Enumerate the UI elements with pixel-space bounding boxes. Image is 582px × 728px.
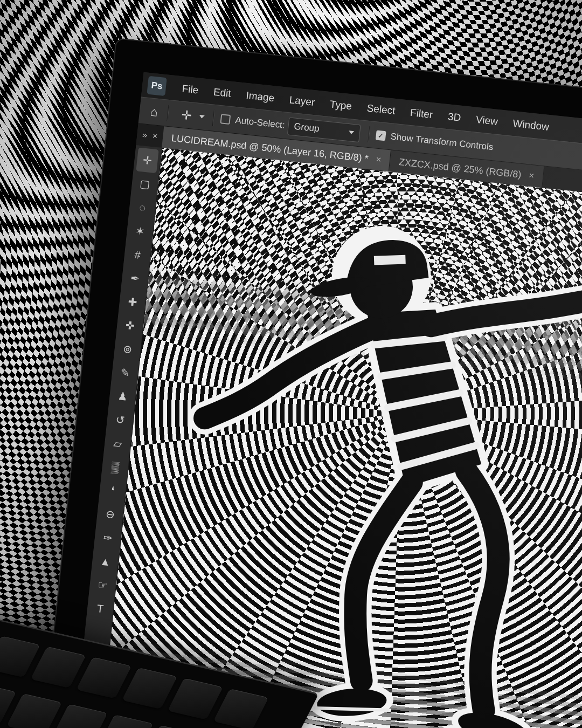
brush-tool-icon: ✎ xyxy=(120,366,130,380)
pen-tool[interactable]: ✑ xyxy=(96,525,119,551)
pen-tool-icon: ✑ xyxy=(102,531,113,545)
spot-selection-tool-icon: ⊚ xyxy=(122,342,133,356)
laptop-screen: Ps File Edit Image Layer Type Select xyxy=(31,38,582,728)
keyboard-key xyxy=(122,668,177,709)
eraser-tool-icon: ▱ xyxy=(113,437,122,450)
eyedropper-tool[interactable]: ✒ xyxy=(123,265,146,291)
photo-composition: Ps File Edit Image Layer Type Select xyxy=(0,0,582,728)
photoshop-window: Ps File Edit Image Layer Type Select xyxy=(63,72,582,728)
gradient-tool[interactable]: ▒ xyxy=(104,454,127,480)
history-brush-tool-icon: ↺ xyxy=(115,413,125,427)
menu-item[interactable]: Window xyxy=(504,116,557,134)
lasso-tool[interactable]: ◌ xyxy=(131,195,154,221)
history-brush-tool[interactable]: ↺ xyxy=(109,407,131,433)
tool-panel-controls: » × xyxy=(136,123,164,148)
keyboard-key xyxy=(6,693,62,728)
keyboard-key xyxy=(98,715,154,728)
tab-close-icon[interactable]: × xyxy=(528,170,535,182)
collapse-panel-icon[interactable]: » xyxy=(142,130,148,140)
close-panel-icon[interactable]: × xyxy=(152,131,158,141)
move-tool-preset[interactable]: ✛ xyxy=(173,107,209,125)
menu-item[interactable]: Select xyxy=(359,101,404,118)
move-tool[interactable]: ✛ xyxy=(136,148,158,174)
document-canvas[interactable] xyxy=(89,148,582,728)
move-tool-icon: ✛ xyxy=(176,107,197,123)
auto-select-label: Auto-Select: xyxy=(234,115,285,131)
menu-item[interactable]: Type xyxy=(322,98,360,113)
workspace: ✛ ▢ ◌ ✶ xyxy=(63,145,582,728)
separator xyxy=(167,105,169,121)
separator xyxy=(212,110,215,126)
separator xyxy=(368,126,370,142)
menu-item[interactable]: View xyxy=(468,113,506,128)
keyboard-key xyxy=(213,689,269,728)
keyboard-key xyxy=(31,647,86,688)
keyboard-key xyxy=(76,657,131,698)
hand-tool-icon: ☞ xyxy=(98,578,108,592)
magic-wand-tool-icon: ✶ xyxy=(135,224,145,238)
eraser-tool[interactable]: ▱ xyxy=(106,431,129,457)
menu-item[interactable]: Filter xyxy=(402,106,441,121)
keyboard-key xyxy=(168,678,223,719)
shape-tool[interactable]: ▲ xyxy=(94,548,116,574)
dodge-tool[interactable]: ⊖ xyxy=(99,502,121,527)
hand-tool[interactable]: ☞ xyxy=(92,572,114,598)
dropdown-value: Group xyxy=(293,121,320,134)
gradient-tool-icon: ▒ xyxy=(111,461,120,473)
show-transform-label: Show Transform Controls xyxy=(390,131,494,153)
eyedropper-tool-icon: ✒ xyxy=(130,271,140,285)
crop-tool-icon: # xyxy=(134,248,141,261)
menu-item[interactable]: File xyxy=(174,82,207,97)
brush-tool[interactable]: ✎ xyxy=(114,360,136,386)
dodge-tool-icon: ⊖ xyxy=(105,507,115,521)
healing-brush-tool-icon: ✚ xyxy=(127,295,137,309)
rectangular-marquee-tool-icon: ▢ xyxy=(139,177,150,191)
menu-item[interactable]: Image xyxy=(238,88,282,105)
blur-tool[interactable]: ❛ xyxy=(101,478,124,504)
type-tool-icon: T xyxy=(96,602,105,615)
skateboarder-artwork xyxy=(89,148,582,728)
spot-selection-tool[interactable]: ⊚ xyxy=(116,336,139,362)
move-tool-icon: ✛ xyxy=(142,154,153,168)
photoshop-logo: Ps xyxy=(147,76,167,96)
keyboard-key xyxy=(52,704,108,728)
patch-tool-icon: ✜ xyxy=(125,319,135,333)
healing-brush-tool[interactable]: ✚ xyxy=(121,289,144,315)
menu-item[interactable]: Layer xyxy=(281,93,323,109)
clone-stamp-tool-icon: ♟ xyxy=(117,389,128,403)
home-icon[interactable]: ⌂ xyxy=(146,104,163,120)
shape-tool-icon: ▲ xyxy=(99,555,111,568)
chevron-down-icon xyxy=(199,115,205,119)
auto-select-target-dropdown[interactable]: Group xyxy=(287,117,361,142)
crop-tool[interactable]: # xyxy=(126,242,149,268)
menu-item[interactable]: 3D xyxy=(440,110,469,125)
patch-tool[interactable]: ✜ xyxy=(119,313,141,339)
menu-item[interactable]: Edit xyxy=(205,85,239,100)
type-tool[interactable]: T xyxy=(89,596,112,622)
chevron-down-icon xyxy=(349,131,355,134)
show-transform-checkbox[interactable]: ✓ xyxy=(376,130,386,141)
auto-select-checkbox[interactable] xyxy=(220,114,231,125)
magic-wand-tool[interactable]: ✶ xyxy=(129,218,151,244)
rectangular-marquee-tool[interactable]: ▢ xyxy=(134,171,156,197)
clone-stamp-tool[interactable]: ♟ xyxy=(111,383,134,409)
lasso-tool-icon: ◌ xyxy=(138,201,146,214)
tab-close-icon[interactable]: × xyxy=(375,154,382,166)
blur-tool-icon: ❛ xyxy=(110,484,115,498)
